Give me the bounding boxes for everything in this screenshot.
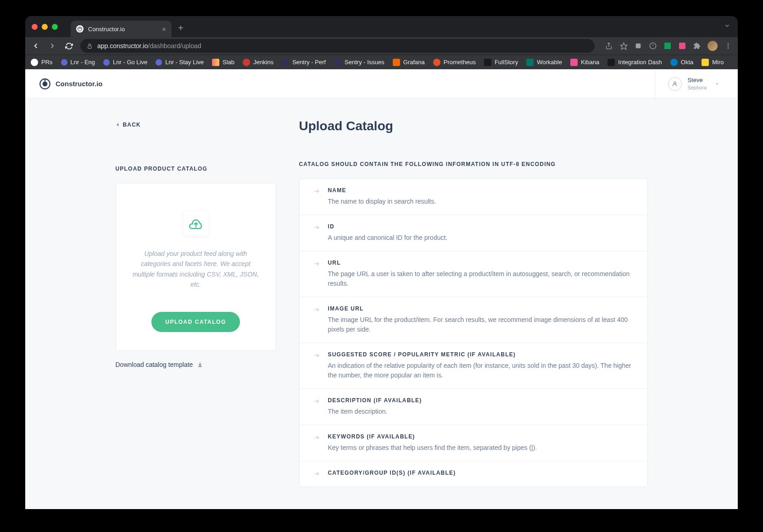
upload-catalog-button[interactable]: UPLOAD CATALOG — [151, 312, 240, 332]
bookmark-label: Integration Dash — [618, 59, 662, 66]
field-description: The item description. — [328, 407, 634, 416]
tab-close-button[interactable]: × — [162, 25, 166, 33]
upload-dropzone[interactable]: Upload your product feed along with cate… — [116, 183, 276, 351]
extension-icon-1[interactable] — [634, 42, 642, 50]
back-link[interactable]: BACK — [116, 122, 141, 128]
close-window-button[interactable] — [32, 24, 38, 30]
download-icon — [197, 362, 203, 367]
fields-panel: NAMEThe name to display in search result… — [299, 178, 648, 487]
minimize-window-button[interactable] — [42, 24, 48, 30]
user-org: Sephora — [687, 84, 707, 91]
bookmark-item[interactable]: Miro — [702, 59, 724, 66]
field-row: SUGGESTED SCORE / POPULARITY METRIC (IF … — [300, 343, 647, 389]
bookmark-label: FullStory — [495, 59, 518, 66]
svg-point-9 — [728, 47, 729, 49]
reload-button[interactable] — [64, 41, 74, 51]
field-description: The page URL a user is taken to after se… — [328, 269, 634, 288]
bookmark-label: Kibana — [581, 59, 599, 66]
bookmark-item[interactable]: Okta — [670, 59, 693, 66]
bookmark-label: Lnr - Stay Live — [165, 59, 204, 66]
field-description: A unique and canonical ID for the produc… — [328, 233, 634, 243]
download-template-link[interactable]: Download catalog template — [116, 361, 203, 368]
extension-icon-4[interactable] — [678, 42, 686, 50]
field-name: ID — [328, 223, 634, 230]
bookmark-icon — [212, 59, 219, 66]
bookmark-icon — [570, 59, 578, 66]
maximize-window-button[interactable] — [52, 24, 58, 30]
bookmark-label: Sentry - Issues — [345, 59, 384, 66]
user-menu[interactable]: Steve Sephora — [655, 69, 724, 98]
field-row: NAMEThe name to display in search result… — [300, 179, 647, 215]
page-body: BACK UPLOAD PRODUCT CATALOG Upload your … — [25, 99, 738, 509]
svg-rect-3 — [636, 44, 641, 49]
bookmark-item[interactable]: Lnr - Eng — [61, 59, 95, 66]
bookmark-item[interactable]: Integration Dash — [607, 59, 662, 66]
field-name: SUGGESTED SCORE / POPULARITY METRIC (IF … — [328, 351, 634, 358]
new-tab-button[interactable]: + — [178, 23, 184, 33]
bookmark-icon — [433, 59, 440, 66]
svg-point-0 — [78, 27, 82, 31]
tab-strip: Constructor.io × + — [25, 16, 738, 37]
brand-logo[interactable]: Constructor.io — [39, 78, 103, 90]
browser-window: Constructor.io × + app.constructor.io/da… — [25, 16, 738, 509]
bookmark-icon — [607, 59, 615, 66]
bookmark-item[interactable]: Sentry - Issues — [334, 59, 384, 66]
field-name: CATEGORY/GROUP ID(S) (IF AVAILABLE) — [328, 470, 634, 476]
bookmark-item[interactable]: Lnr - Stay Live — [156, 59, 204, 66]
bookmark-label: Lnr - Eng — [71, 59, 95, 66]
user-info: Steve Sephora — [687, 77, 707, 91]
tab-title: Constructor.io — [88, 26, 125, 33]
bookmark-item[interactable]: Jenkins — [243, 59, 273, 66]
bookmark-item[interactable]: Lnr - Go Live — [103, 59, 147, 66]
bookmark-item[interactable]: Workable — [526, 59, 562, 66]
extension-icon-2[interactable] — [649, 42, 657, 50]
tabs-dropdown-button[interactable] — [724, 22, 730, 31]
field-description: Key terms or phrases that help users fin… — [328, 443, 634, 453]
bookmark-item[interactable]: PRs — [31, 59, 53, 66]
bookmark-icon — [334, 59, 341, 66]
profile-avatar[interactable] — [707, 41, 718, 51]
bookmark-item[interactable]: Sentry - Perf — [282, 59, 326, 66]
bookmark-icon — [702, 59, 709, 66]
bookmark-label: Workable — [537, 59, 562, 66]
forward-button[interactable] — [47, 41, 57, 51]
upload-icon — [184, 211, 208, 236]
address-bar[interactable]: app.constructor.io/dashboard/upload — [80, 39, 595, 53]
field-row: IMAGE URLThe image URL for the product/i… — [300, 297, 647, 343]
bookmark-label: Prometheus — [444, 59, 476, 66]
share-icon[interactable] — [605, 42, 613, 50]
bookmark-item[interactable]: FullStory — [484, 59, 518, 66]
window-controls — [32, 24, 58, 30]
bookmark-item[interactable]: Kibana — [570, 59, 599, 66]
download-template-label: Download catalog template — [116, 361, 193, 368]
bookmark-label: Lnr - Go Live — [113, 59, 147, 66]
svg-marker-13 — [716, 83, 718, 84]
arrow-right-icon — [313, 471, 320, 478]
bookmark-item[interactable]: Slab — [212, 59, 234, 66]
upload-section-heading: UPLOAD PRODUCT CATALOG — [116, 166, 276, 172]
bookmark-label: Grafana — [403, 59, 425, 66]
toolbar-right — [605, 41, 732, 51]
back-button[interactable] — [31, 41, 41, 51]
logo-icon — [39, 78, 51, 90]
arrow-right-icon — [313, 434, 320, 453]
bookmark-icon — [103, 59, 110, 66]
extensions-puzzle-icon[interactable] — [693, 42, 701, 50]
bookmark-label: Miro — [712, 59, 724, 66]
bookmark-item[interactable]: Prometheus — [433, 59, 476, 66]
browser-menu-button[interactable] — [724, 42, 732, 50]
field-description: The name to display in search results. — [328, 197, 634, 206]
field-row: KEYWORDS (IF AVAILABLE)Key terms or phra… — [300, 425, 647, 461]
extension-icon-3[interactable] — [663, 42, 672, 50]
arrow-right-icon — [313, 260, 320, 288]
bookmark-icon — [670, 59, 678, 66]
tab-favicon — [76, 25, 84, 33]
arrow-right-icon — [313, 306, 320, 334]
arrow-right-icon — [313, 224, 320, 243]
viewport: Constructor.io Steve Sephora — [25, 69, 738, 509]
browser-tab[interactable]: Constructor.io × — [71, 21, 172, 37]
bookmark-item[interactable]: Grafana — [393, 59, 425, 66]
star-icon[interactable] — [619, 42, 628, 50]
svg-marker-2 — [620, 43, 627, 49]
fields-section-heading: CATALOG SHOULD CONTAIN THE FOLLOWING INF… — [299, 161, 648, 167]
